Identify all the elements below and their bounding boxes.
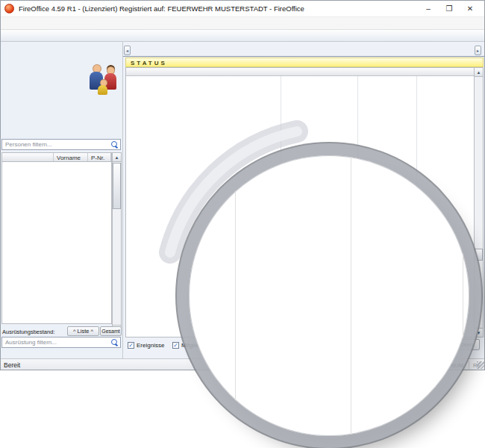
equipment-list-button[interactable]: ^ Liste ^ xyxy=(67,326,99,336)
column-divider xyxy=(351,155,351,436)
equipment-total-button[interactable]: Gesamt xyxy=(100,326,122,336)
child-figure-icon xyxy=(98,79,107,96)
tab-scroll-left-icon[interactable]: ◄ xyxy=(124,46,131,55)
checkbox-checked-icon: ✓ xyxy=(128,342,134,349)
equipment-label: Ausrüstungsbestand: xyxy=(2,329,54,335)
events-checkbox-label: Ereignisse xyxy=(137,342,164,349)
window-title: FireOffice 4.59 R1 - (Lizenziert) Regist… xyxy=(19,4,304,13)
equipment-row: Ausrüstungsbestand: ^ Liste ^ Gesamt xyxy=(0,326,123,336)
person-counts xyxy=(0,349,123,358)
scroll-up-icon[interactable]: ▲ xyxy=(475,68,483,77)
person-list xyxy=(1,162,112,324)
person-list-header: Vorname P-Nr. xyxy=(1,152,112,162)
person-filter-input[interactable]: Personen filtern... xyxy=(1,139,121,150)
close-button[interactable]: ✕ xyxy=(460,1,481,16)
equipment-filter-placeholder: Ausrüstung filtern... xyxy=(5,339,57,346)
toolbar xyxy=(0,30,485,42)
window-controls: – ❐ ✕ xyxy=(418,1,481,16)
scroll-thumb[interactable] xyxy=(113,163,121,209)
checkbox-checked-icon: ✓ xyxy=(172,342,179,349)
panel-title: STATUS xyxy=(125,57,484,67)
column-vorname[interactable]: Vorname xyxy=(54,153,88,161)
scroll-up-icon[interactable]: ▲ xyxy=(113,153,121,162)
search-icon xyxy=(111,141,117,147)
scroll-down-icon[interactable]: ▼ xyxy=(475,328,483,337)
menu-bar xyxy=(0,17,485,30)
status-text: Bereit xyxy=(4,361,20,369)
app-icon xyxy=(4,4,14,13)
persons-clipart xyxy=(88,61,121,100)
column-pnr[interactable]: P-Nr. xyxy=(88,153,111,161)
events-checkbox[interactable]: ✓ Ereignisse xyxy=(128,342,164,349)
search-icon xyxy=(111,339,117,345)
person-list-scrollbar[interactable]: ▲ ▼ xyxy=(112,152,122,335)
maximize-button[interactable]: ❐ xyxy=(439,1,460,16)
resize-grip[interactable] xyxy=(477,361,484,369)
column-letters-header xyxy=(126,68,474,76)
app-window: FireOffice 4.59 R1 - (Lizenziert) Regist… xyxy=(0,0,485,448)
magnifier-overlay xyxy=(189,155,469,436)
minimize-button[interactable]: – xyxy=(418,1,439,16)
scroll-thumb[interactable] xyxy=(475,249,483,261)
column-name[interactable] xyxy=(2,153,54,161)
sidebar: Personen filtern... Vorname P-Nr. ▲ ▼ Au… xyxy=(0,42,123,358)
status-table-scrollbar[interactable]: ▲ ▼ xyxy=(474,68,484,337)
tab-scroll-right-icon[interactable]: ► xyxy=(475,46,481,55)
equipment-filter-input[interactable]: Ausrüstung filtern... xyxy=(1,337,121,348)
person-filter-placeholder: Personen filtern... xyxy=(5,141,52,148)
tab-strip: ◄ ► xyxy=(123,43,485,57)
title-bar: FireOffice 4.59 R1 - (Lizenziert) Regist… xyxy=(0,0,485,17)
column-divider xyxy=(235,155,236,436)
